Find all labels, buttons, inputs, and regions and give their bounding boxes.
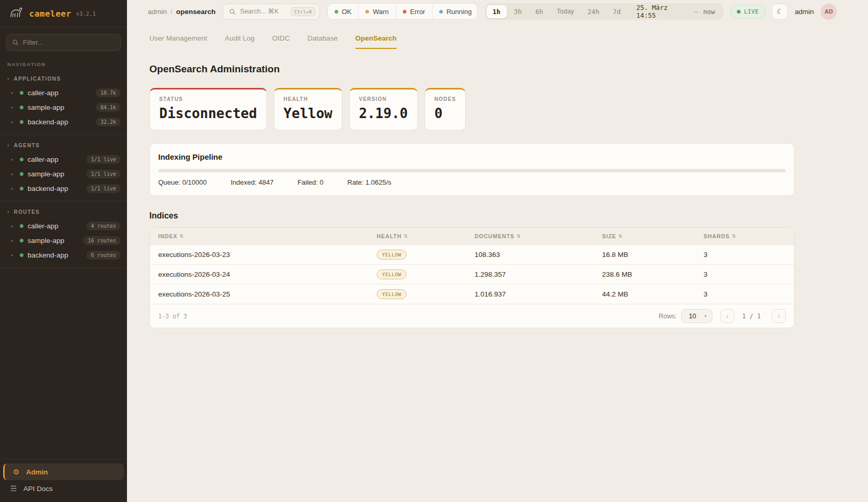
stat-value: 0 [435,106,456,121]
next-page-button[interactable]: › [772,309,786,323]
menu-icon: ☰ [9,484,18,493]
top-bar: admin / opensearch Ctrl+K OK Warn Error [127,0,868,23]
sidebar-item-applications-sample-app[interactable]: ▸ sample-app 84.1k [0,100,127,114]
sidebar-item-applications-backend-app[interactable]: ▸ backend-app 32.2k [0,114,127,129]
cell-documents: 1.016.937 [475,290,602,298]
column-header-index[interactable]: INDEX ⇅ [158,233,377,239]
topbar-right: LIVE ☾ admin AD [731,4,837,20]
filter-error[interactable]: Error [396,4,432,19]
column-header-health[interactable]: HEALTH ⇅ [377,233,475,239]
gear-icon: ⚙ [12,468,20,476]
item-label: backend-app [28,185,68,192]
item-label: caller-app [28,89,58,97]
stat-card-status: STATUS Disconnected [149,88,267,131]
filter-input[interactable] [23,38,115,46]
time-range-3h[interactable]: 3h [508,5,528,18]
section-header-agents[interactable]: ▾ AGENTS [0,138,127,152]
item-label: backend-app [28,118,68,126]
search-input[interactable] [240,8,287,15]
rows-per-page-select[interactable]: 10 ▾ [681,309,712,323]
live-badge[interactable]: LIVE [731,5,765,19]
sidebar-item-routes-caller-app[interactable]: ▸ caller-app 4 routes [0,218,127,233]
sidebar-filter[interactable] [6,34,121,51]
cell-documents: 1.298.357 [475,271,602,278]
stat-card-version: VERSION 2.19.0 [349,88,418,131]
column-header-size[interactable]: SIZE ⇅ [602,233,704,239]
breadcrumb-parent[interactable]: admin [148,8,167,16]
sort-icon[interactable]: ⇅ [404,234,409,239]
item-count-badge: 1/1 live [86,170,121,178]
tab-bar: User Management Audit Log OIDC Database … [149,28,795,49]
tab-database[interactable]: Database [308,34,338,49]
time-range-7d[interactable]: 7d [607,5,627,18]
tab-opensearch[interactable]: OpenSearch [355,34,397,49]
sidebar-footer: ⚙ Admin ☰ API Docs [0,459,127,502]
filter-ok[interactable]: OK [328,4,359,19]
section-header-applications[interactable]: ▾ APPLICATIONS [0,71,127,85]
item-label: caller-app [28,156,58,163]
stat-value: Yellow [284,106,333,121]
filter-label: Warn [373,8,389,16]
date-from: 25. März 14:55 [636,4,689,19]
item-count-badge: 4 routes [86,222,121,230]
item-label: backend-app [28,251,68,259]
tab-audit-log[interactable]: Audit Log [225,34,254,49]
global-search[interactable]: Ctrl+K [223,4,320,20]
sidebar-item-agents-sample-app[interactable]: ▸ sample-app 1/1 live [0,166,127,181]
stat-value: 2.19.0 [359,106,408,121]
column-header-shards[interactable]: SHARDS ⇅ [704,233,786,239]
sort-icon[interactable]: ⇅ [618,234,623,239]
section-title: AGENTS [14,143,40,148]
table-row[interactable]: executions-2026-03-23 YELLOW 108.363 16.… [150,244,794,264]
tab-user-management[interactable]: User Management [149,34,207,49]
pipeline-stat-failed: Failed: 0 [298,178,324,186]
sort-icon[interactable]: ⇅ [517,234,521,239]
section-header-routes[interactable]: ▾ ROUTES [0,204,127,218]
date-range[interactable]: 25. März 14:55 – now [628,4,722,19]
column-header-documents[interactable]: DOCUMENTS ⇅ [475,233,602,239]
avatar-initials: AD [825,8,833,15]
filter-label: OK [342,8,352,16]
sidebar-item-admin[interactable]: ⚙ Admin [3,464,124,480]
time-range-6h[interactable]: 6h [529,5,550,18]
table-footer: 1-3 of 3 Rows: 10 ▾ ‹ 1 / 1 › [150,304,794,328]
time-range-1h[interactable]: 1h [487,5,507,18]
status-dot [20,253,23,257]
avatar[interactable]: AD [821,4,837,20]
sort-icon[interactable]: ⇅ [732,234,736,239]
error-dot [403,10,406,14]
chevron-right-icon: ▸ [11,238,16,243]
main-area: admin / opensearch Ctrl+K OK Warn Error [127,0,868,502]
nav-section-applications: ▾ APPLICATIONS ▸ caller-app 10.7k ▸ samp… [0,68,127,135]
sidebar-item-api-docs[interactable]: ☰ API Docs [3,480,124,497]
nav-section-routes: ▾ ROUTES ▸ caller-app 4 routes ▸ sample-… [0,201,127,268]
table-row[interactable]: executions-2026-03-25 YELLOW 1.016.937 4… [150,284,794,304]
chevron-right-icon: ▸ [11,186,16,191]
stat-cards-row: STATUS Disconnected HEALTH Yellow VERSIO… [149,88,795,131]
tab-oidc[interactable]: OIDC [272,34,290,49]
logo-row: cameleer v3.2.1 [0,0,127,28]
filter-running[interactable]: Running [432,4,478,19]
filter-warn[interactable]: Warn [359,4,396,19]
dark-mode-toggle[interactable]: ☾ [772,4,788,20]
time-range-group: 1h 3h 6h Today 24h 7d 25. März 14:55 – n… [485,3,723,20]
time-range-today[interactable]: Today [551,5,580,18]
app-logo-text: cameleer [29,9,71,19]
sort-icon[interactable]: ⇅ [180,234,184,239]
section-title: APPLICATIONS [14,76,61,82]
table-row[interactable]: executions-2026-03-24 YELLOW 1.298.357 2… [150,264,794,284]
time-range-24h[interactable]: 24h [581,5,606,18]
sidebar-item-routes-sample-app[interactable]: ▸ sample-app 16 routes [0,233,127,248]
date-to: now [703,8,715,16]
pipeline-stat-indexed: Indexed: 4847 [231,178,273,186]
section-title: ROUTES [14,209,40,215]
prev-page-button[interactable]: ‹ [720,309,734,323]
sidebar-item-routes-backend-app[interactable]: ▸ backend-app 6 routes [0,248,127,262]
api-docs-label: API Docs [23,485,53,493]
indices-table: INDEX ⇅ HEALTH ⇅ DOCUMENTS ⇅ SIZE ⇅ [149,227,795,328]
item-count-badge: 10.7k [96,88,121,97]
sidebar-item-agents-backend-app[interactable]: ▸ backend-app 1/1 live [0,181,127,196]
status-dot [20,172,23,176]
sidebar-item-applications-caller-app[interactable]: ▸ caller-app 10.7k [0,85,127,100]
sidebar-item-agents-caller-app[interactable]: ▸ caller-app 1/1 live [0,152,127,166]
